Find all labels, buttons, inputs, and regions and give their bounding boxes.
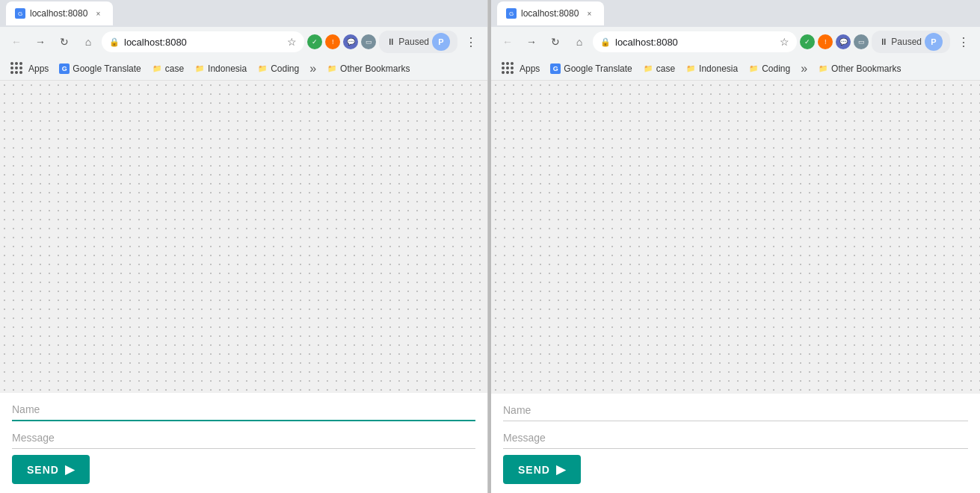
- left-coding-label: Coding: [271, 63, 299, 74]
- right-menu-button[interactable]: ⋮: [953, 31, 974, 52]
- right-paused-button[interactable]: ⏸ Paused P: [872, 31, 950, 53]
- left-forward-button[interactable]: →: [30, 31, 51, 52]
- left-name-input[interactable]: [12, 399, 475, 421]
- right-coding-label: Coding: [762, 63, 790, 74]
- right-paused-label: Paused: [891, 37, 922, 47]
- left-paused-label: Paused: [398, 37, 429, 47]
- right-case-folder-icon: 📁: [643, 63, 653, 74]
- left-indonesia-folder-icon: 📁: [194, 63, 205, 74]
- left-ext-green: ✓: [307, 34, 322, 49]
- right-bookmarks-bar: Apps G Google Translate 📁 case 📁 Indones…: [491, 57, 980, 81]
- right-send-button[interactable]: SEND ▶: [503, 455, 581, 484]
- left-menu-button[interactable]: ⋮: [460, 31, 481, 52]
- left-case-folder-icon: 📁: [152, 63, 162, 74]
- right-form-area: SEND ▶: [491, 394, 980, 493]
- left-other-bookmarks-label: Other Bookmarks: [340, 63, 410, 74]
- right-bookmark-coding[interactable]: 📁 Coding: [744, 62, 795, 75]
- right-bookmark-other[interactable]: 📁 Other Bookmarks: [813, 62, 905, 75]
- right-indonesia-label: Indonesia: [699, 63, 738, 74]
- right-bookmark-apps[interactable]: Apps: [497, 61, 544, 77]
- right-active-tab[interactable]: G localhost:8080 ×: [497, 1, 604, 25]
- left-page-content: SEND ▶: [0, 81, 487, 493]
- right-ext-orange: !: [818, 34, 833, 49]
- right-indonesia-folder-icon: 📁: [685, 63, 696, 74]
- left-bookmarks-bar: Apps G Google Translate 📁 case 📁 Indones…: [0, 57, 487, 81]
- left-apps-grid-icon: [10, 62, 24, 75]
- right-other-bookmarks-label: Other Bookmarks: [831, 63, 901, 74]
- left-bookmark-indonesia[interactable]: 📁 Indonesia: [190, 62, 251, 75]
- left-apps-label: Apps: [28, 63, 49, 74]
- left-active-tab[interactable]: G localhost:8080 ×: [6, 1, 113, 25]
- right-google-translate-label: Google Translate: [564, 63, 632, 74]
- right-ext-screen: ▭: [854, 34, 869, 49]
- right-forward-button[interactable]: →: [521, 31, 542, 52]
- right-coding-folder-icon: 📁: [748, 63, 759, 74]
- left-star-icon: ☆: [287, 36, 297, 48]
- right-case-label: case: [656, 63, 675, 74]
- left-send-label: SEND: [27, 464, 59, 476]
- left-address-bar[interactable]: 🔒 localhost:8080 ☆: [102, 31, 304, 52]
- right-google-translate-icon: G: [550, 63, 561, 74]
- left-tab-favicon: G: [15, 8, 25, 19]
- right-address-bar[interactable]: 🔒 localhost:8080 ☆: [593, 31, 797, 52]
- left-url-text: localhost:8080: [124, 37, 283, 48]
- right-extensions: ✓ ! 💬 ▭: [800, 34, 869, 49]
- left-case-label: case: [165, 63, 184, 74]
- right-apps-grid-icon: [502, 62, 515, 75]
- left-form-area: SEND ▶: [0, 393, 487, 493]
- right-tab-favicon: G: [506, 8, 517, 19]
- left-google-translate-icon: G: [59, 63, 70, 74]
- right-send-label: SEND: [518, 464, 550, 476]
- left-send-button[interactable]: SEND ▶: [12, 455, 90, 484]
- right-message-field: [503, 427, 968, 449]
- right-home-button[interactable]: ⌂: [569, 31, 590, 52]
- right-apps-label: Apps: [520, 63, 540, 74]
- left-ext-chat: 💬: [343, 34, 358, 49]
- right-star-icon: ☆: [780, 36, 789, 48]
- left-paused-button[interactable]: ⏸ Paused P: [379, 31, 457, 53]
- right-name-input[interactable]: [503, 400, 968, 421]
- right-other-folder-icon: 📁: [818, 63, 828, 74]
- left-home-button[interactable]: ⌂: [78, 31, 99, 52]
- left-message-input[interactable]: [12, 427, 475, 449]
- left-back-button[interactable]: ←: [6, 31, 27, 52]
- right-tab-bar: G localhost:8080 ×: [491, 0, 980, 27]
- left-tab-label: localhost:8080: [30, 8, 87, 19]
- left-send-arrow-icon: ▶: [65, 462, 75, 477]
- right-paused-icon: ⏸: [879, 37, 888, 47]
- right-bookmark-google-translate[interactable]: G Google Translate: [546, 62, 636, 75]
- right-send-arrow-icon: ▶: [556, 462, 566, 477]
- right-bookmark-indonesia[interactable]: 📁 Indonesia: [681, 62, 742, 75]
- right-message-input[interactable]: [503, 427, 968, 449]
- left-bookmark-coding[interactable]: 📁 Coding: [253, 62, 303, 75]
- left-google-translate-label: Google Translate: [73, 63, 141, 74]
- left-profile-icon: P: [432, 33, 450, 51]
- right-address-bar-row: ← → ↻ ⌂ 🔒 localhost:8080 ☆ ✓ ! 💬 ▭ ⏸ Pau…: [491, 27, 980, 57]
- right-tab-label: localhost:8080: [521, 8, 579, 19]
- left-tab-bar: G localhost:8080 ×: [0, 0, 487, 27]
- left-bookmark-more[interactable]: »: [305, 61, 321, 77]
- left-extensions: ✓ ! 💬 ▭: [307, 34, 376, 49]
- left-address-bar-row: ← → ↻ ⌂ 🔒 localhost:8080 ☆ ✓ ! 💬 ▭ ⏸ Pau…: [0, 27, 487, 57]
- right-bookmark-more[interactable]: »: [796, 61, 812, 77]
- right-bookmark-case[interactable]: 📁 case: [638, 62, 679, 75]
- left-other-folder-icon: 📁: [327, 63, 337, 74]
- left-paused-icon: ⏸: [386, 37, 395, 47]
- right-page-content: SEND ▶: [491, 81, 980, 493]
- right-back-button[interactable]: ←: [497, 31, 518, 52]
- left-bookmark-apps[interactable]: Apps: [6, 61, 53, 77]
- left-ext-screen: ▭: [361, 34, 376, 49]
- right-canvas-area: [491, 81, 980, 394]
- left-message-field: [12, 427, 475, 449]
- left-reload-button[interactable]: ↻: [54, 31, 75, 52]
- right-ext-green: ✓: [800, 34, 815, 49]
- right-reload-button[interactable]: ↻: [545, 31, 566, 52]
- left-tab-close[interactable]: ×: [92, 7, 104, 19]
- left-bookmark-other[interactable]: 📁 Other Bookmarks: [322, 62, 414, 75]
- left-lock-icon: 🔒: [109, 37, 120, 47]
- left-name-field: [12, 399, 475, 421]
- left-bookmark-case[interactable]: 📁 case: [147, 62, 188, 75]
- right-tab-close[interactable]: ×: [583, 7, 595, 19]
- left-bookmark-google-translate[interactable]: G Google Translate: [55, 62, 145, 75]
- left-ext-orange: !: [325, 34, 340, 49]
